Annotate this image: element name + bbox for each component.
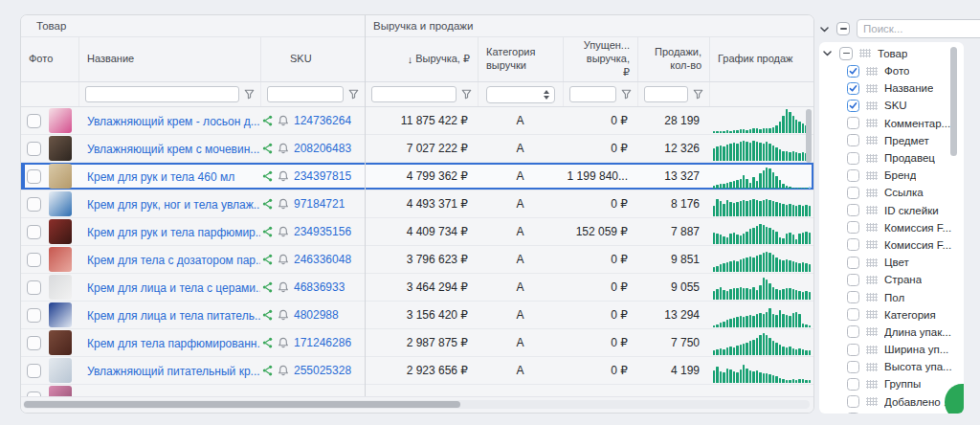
drag-handle-icon[interactable]	[866, 154, 878, 163]
row-checkbox[interactable]	[27, 142, 41, 156]
sales-filter-funnel-icon[interactable]	[693, 89, 703, 100]
table-row[interactable]: Крем для лица и тела с церами... 4683693…	[21, 274, 813, 302]
column-checkbox[interactable]	[847, 117, 859, 129]
product-photo[interactable]	[49, 330, 72, 355]
revenue-filter-funnel-icon[interactable]	[461, 89, 472, 100]
column-toggle-item[interactable]: Длина упак...	[847, 324, 964, 341]
columns-search-input[interactable]	[857, 19, 980, 38]
sku-link[interactable]: 124736264	[294, 114, 351, 127]
column-toggle-item[interactable]: Предмет	[847, 132, 964, 149]
table-row[interactable]: Крем для тела с дозатором пар... 2463360…	[21, 246, 813, 274]
column-toggle-item[interactable]: Пол	[847, 288, 964, 305]
product-photo[interactable]	[49, 302, 72, 327]
row-checkbox[interactable]	[27, 364, 41, 378]
share-icon[interactable]	[262, 143, 273, 154]
table-row[interactable]: Крем для тела парфюмированн... 171246286…	[21, 329, 813, 357]
product-name-link[interactable]: Крем для лица и тела питатель...	[87, 309, 260, 323]
column-toggle-item[interactable]: Фото	[847, 62, 964, 79]
column-toggle-item[interactable]: Ссылка	[847, 184, 964, 201]
column-checkbox[interactable]	[847, 238, 859, 251]
column-toggle-item[interactable]: ID склейки	[847, 202, 964, 219]
table-row[interactable]: Крем для рук и тела 460 мл 234397815 4 7…	[21, 163, 813, 190]
product-photo[interactable]	[49, 108, 72, 133]
column-checkbox[interactable]	[847, 291, 859, 303]
share-icon[interactable]	[262, 254, 273, 265]
column-checkbox[interactable]	[847, 134, 859, 146]
header-revenue-sorted[interactable]: ↓ Выручка, ₽	[365, 37, 478, 81]
share-icon[interactable]	[262, 309, 273, 321]
group-checkbox[interactable]	[839, 47, 853, 60]
drag-handle-icon[interactable]	[866, 136, 878, 145]
header-sales-count[interactable]: Продажи, кол-во	[637, 37, 709, 81]
bell-icon[interactable]	[278, 143, 289, 154]
drag-handle-icon[interactable]	[866, 240, 878, 249]
sku-link[interactable]: 97184721	[294, 197, 345, 211]
share-icon[interactable]	[262, 198, 273, 210]
column-group-row[interactable]: Товар	[819, 42, 964, 62]
column-toggle-item[interactable]: Высота упа...	[847, 358, 964, 375]
share-icon[interactable]	[262, 365, 273, 376]
column-toggle-item[interactable]: Страна	[847, 271, 964, 288]
bell-icon[interactable]	[278, 337, 289, 348]
sku-link[interactable]: 208206483	[294, 142, 351, 155]
column-checkbox[interactable]	[847, 308, 859, 321]
product-name-link[interactable]: Крем для рук, ног и тела увлаж...	[87, 198, 260, 212]
sku-link[interactable]: 234397815	[294, 169, 351, 183]
product-name-link[interactable]: Крем для тела парфюмированн...	[87, 337, 260, 350]
drag-handle-icon[interactable]	[859, 49, 871, 57]
column-checkbox[interactable]	[847, 361, 859, 373]
share-icon[interactable]	[262, 337, 273, 348]
column-checkbox[interactable]	[847, 100, 859, 112]
drag-handle-icon[interactable]	[866, 310, 878, 319]
column-checkbox[interactable]	[847, 204, 859, 216]
row-checkbox[interactable]	[27, 225, 41, 239]
column-checkbox[interactable]	[847, 395, 859, 408]
group-chevron-icon[interactable]	[822, 48, 833, 58]
lost-revenue-filter-input[interactable]	[569, 86, 616, 102]
column-toggle-item[interactable]: Группы	[847, 375, 964, 392]
product-photo[interactable]	[49, 358, 72, 383]
sku-link[interactable]: 234935156	[294, 225, 351, 238]
drag-handle-icon[interactable]	[866, 293, 878, 302]
name-filter-funnel-icon[interactable]	[244, 89, 255, 100]
sku-link[interactable]: 171246286	[294, 336, 351, 349]
drag-handle-icon[interactable]	[866, 189, 878, 197]
column-checkbox[interactable]	[847, 65, 859, 78]
column-toggle-item[interactable]: Ширина уп...	[847, 341, 964, 358]
product-photo[interactable]	[49, 219, 72, 244]
sku-link[interactable]: 255025328	[294, 364, 351, 377]
bell-icon[interactable]	[278, 170, 289, 182]
sku-filter-funnel-icon[interactable]	[348, 89, 359, 100]
sales-filter-input[interactable]	[644, 86, 688, 102]
product-name-link[interactable]: Крем для рук и тела 460 мл	[87, 170, 234, 184]
drag-handle-icon[interactable]	[866, 84, 878, 93]
drag-handle-icon[interactable]	[866, 67, 878, 76]
sku-link[interactable]: 246336048	[294, 253, 351, 266]
row-checkbox[interactable]	[27, 114, 41, 128]
column-checkbox[interactable]	[847, 187, 859, 199]
product-photo[interactable]	[49, 275, 72, 300]
row-checkbox[interactable]	[27, 280, 41, 295]
row-checkbox[interactable]	[27, 336, 41, 350]
bell-icon[interactable]	[278, 365, 289, 376]
column-toggle-item[interactable]: Комиссия F...	[847, 236, 964, 254]
drag-handle-icon[interactable]	[866, 258, 878, 267]
table-row[interactable]: Крем для рук и тела парфюмир... 23493515…	[21, 218, 813, 246]
drag-handle-icon[interactable]	[866, 276, 878, 284]
product-photo[interactable]	[49, 191, 72, 216]
header-revenue-category[interactable]: Категория выручки	[478, 37, 563, 81]
product-name-link[interactable]: Увлажняющий питательный кр...	[87, 365, 260, 378]
row-checkbox[interactable]	[27, 169, 41, 184]
column-toggle-item[interactable]: Категория	[847, 306, 964, 324]
column-checkbox[interactable]	[847, 378, 859, 391]
drag-handle-icon[interactable]	[866, 119, 878, 127]
drag-handle-icon[interactable]	[866, 327, 878, 336]
panel-collapse-chevron-icon[interactable]	[819, 24, 830, 34]
lost-revenue-filter-funnel-icon[interactable]	[621, 89, 632, 100]
column-checkbox[interactable]	[847, 257, 859, 269]
sku-link[interactable]: 4802988	[294, 308, 339, 322]
table-row[interactable]: Увлажняющий питательный кр... 255025328 …	[21, 357, 813, 385]
bell-icon[interactable]	[278, 115, 289, 126]
sku-link[interactable]: 46836933	[294, 280, 345, 294]
share-icon[interactable]	[262, 226, 273, 237]
